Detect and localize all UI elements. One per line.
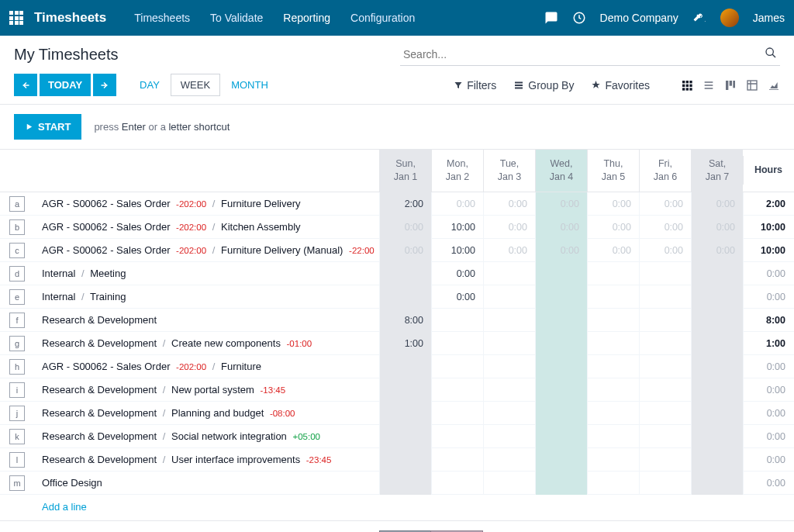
cell[interactable] [483, 402, 535, 425]
nav-link-reporting[interactable]: Reporting [283, 12, 330, 24]
timesheet-row[interactable]: dInternal / Meeting0:000:00 [0, 262, 794, 285]
row-label[interactable]: Research & Development / Create new comp… [37, 337, 379, 349]
cell[interactable]: 8:00 [379, 309, 431, 332]
nav-link-configuration[interactable]: Configuration [350, 12, 415, 24]
cell[interactable]: 0:00 [535, 192, 587, 216]
row-label[interactable]: Research & Development / New portal syst… [37, 384, 379, 396]
row-key[interactable]: g [9, 336, 25, 351]
period-week[interactable]: WEEK [171, 74, 220, 96]
cell[interactable] [691, 332, 743, 355]
cell[interactable] [639, 309, 691, 332]
cell[interactable]: 0:00 [379, 239, 431, 262]
today-button[interactable]: TODAY [40, 74, 91, 96]
filters-button[interactable]: Filters [454, 79, 496, 92]
cell[interactable] [483, 448, 535, 472]
cell[interactable] [587, 309, 639, 332]
cell[interactable] [691, 285, 743, 309]
search-input[interactable] [400, 43, 780, 66]
cell[interactable] [691, 425, 743, 448]
next-button[interactable] [93, 74, 116, 96]
cell[interactable] [379, 425, 431, 448]
cell[interactable] [431, 309, 483, 332]
row-label[interactable]: Research & Development / Social network … [37, 430, 379, 442]
timesheet-row[interactable]: aAGR - S00062 - Sales Order -202:00 / Fu… [0, 192, 794, 216]
cell[interactable] [587, 378, 639, 402]
timesheet-row[interactable]: kResearch & Development / Social network… [0, 425, 794, 448]
cell[interactable] [483, 262, 535, 285]
row-label[interactable]: AGR - S00062 - Sales Order -202:00 / Fur… [37, 198, 379, 209]
cell[interactable] [483, 285, 535, 309]
cell[interactable] [431, 355, 483, 378]
nav-link-timesheets[interactable]: Timesheets [134, 12, 190, 24]
cell[interactable] [587, 355, 639, 378]
period-day[interactable]: DAY [130, 74, 169, 96]
cell[interactable] [379, 378, 431, 402]
cell[interactable] [691, 448, 743, 472]
cell[interactable] [535, 378, 587, 402]
company-selector[interactable]: Demo Company [600, 12, 678, 24]
cell[interactable]: 0:00 [691, 216, 743, 239]
row-key[interactable]: m [9, 475, 25, 491]
cell[interactable] [691, 378, 743, 402]
cell[interactable] [639, 378, 691, 402]
cell[interactable]: 10:00 [431, 216, 483, 239]
cell[interactable] [639, 285, 691, 309]
row-key[interactable]: j [9, 406, 25, 421]
row-key[interactable]: c [9, 243, 25, 258]
cell[interactable] [379, 285, 431, 309]
timesheet-row[interactable]: bAGR - S00062 - Sales Order -202:00 / Ki… [0, 216, 794, 239]
cell[interactable] [587, 448, 639, 472]
view-grid-icon[interactable] [681, 79, 693, 92]
favorites-button[interactable]: Favorites [591, 79, 650, 92]
search-icon[interactable] [765, 47, 777, 59]
cell[interactable] [587, 332, 639, 355]
cell[interactable] [535, 285, 587, 309]
view-graph-icon[interactable] [768, 79, 780, 92]
cell[interactable] [535, 309, 587, 332]
cell[interactable] [379, 448, 431, 472]
cell[interactable]: 0:00 [639, 216, 691, 239]
row-key[interactable]: b [9, 219, 25, 235]
brand[interactable]: Timesheets [34, 10, 106, 26]
row-key[interactable]: h [9, 359, 25, 375]
cell[interactable] [587, 472, 639, 495]
nav-link-to-validate[interactable]: To Validate [210, 12, 263, 24]
cell[interactable]: 0:00 [483, 192, 535, 216]
cell[interactable] [691, 309, 743, 332]
cell[interactable]: 0:00 [639, 239, 691, 262]
row-key[interactable]: d [9, 266, 25, 282]
row-label[interactable]: Research & Development / User interface … [37, 454, 379, 465]
period-month[interactable]: MONTH [222, 74, 278, 96]
cell[interactable] [639, 472, 691, 495]
view-pivot-icon[interactable] [746, 79, 758, 92]
view-kanban-icon[interactable] [724, 79, 737, 92]
cell[interactable] [431, 402, 483, 425]
cell[interactable]: 2:00 [379, 192, 431, 216]
timesheet-row[interactable]: gResearch & Development / Create new com… [0, 332, 794, 355]
cell[interactable]: 0:00 [587, 239, 639, 262]
cell[interactable] [431, 425, 483, 448]
cell[interactable] [535, 355, 587, 378]
cell[interactable] [535, 448, 587, 472]
cell[interactable]: 0:00 [535, 239, 587, 262]
add-line[interactable]: Add a line [0, 495, 794, 520]
cell[interactable]: 10:00 [431, 239, 483, 262]
cell[interactable] [535, 262, 587, 285]
cell[interactable] [587, 285, 639, 309]
timesheet-row[interactable]: mOffice Design0:00 [0, 472, 794, 495]
timesheet-row[interactable]: jResearch & Development / Planning and b… [0, 402, 794, 425]
messages-icon[interactable] [544, 11, 558, 25]
row-key[interactable]: i [9, 382, 25, 398]
cell[interactable] [639, 448, 691, 472]
cell[interactable]: 0:00 [431, 285, 483, 309]
cell[interactable] [483, 472, 535, 495]
cell[interactable] [691, 355, 743, 378]
cell[interactable]: 0:00 [483, 216, 535, 239]
timesheet-row[interactable]: fResearch & Development8:008:00 [0, 309, 794, 332]
cell[interactable]: 0:00 [379, 216, 431, 239]
cell[interactable] [639, 355, 691, 378]
timesheet-row[interactable]: eInternal / Training0:000:00 [0, 285, 794, 309]
user-name[interactable]: James [753, 12, 785, 24]
row-label[interactable]: Office Design [37, 477, 379, 489]
cell[interactable] [639, 332, 691, 355]
